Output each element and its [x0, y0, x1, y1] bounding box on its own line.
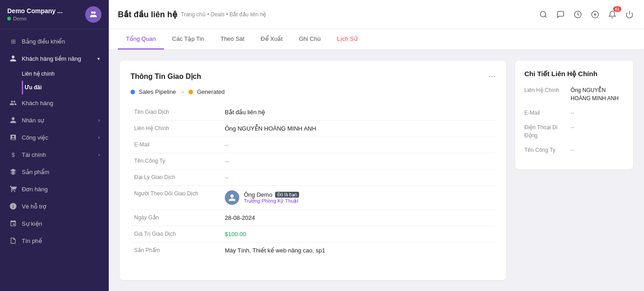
sidebar-avatar	[85, 6, 102, 23]
sidebar-sub-item-deals[interactable]: Ưu đãi	[22, 81, 109, 94]
breadcrumb: Trang chủ • Deals • Bắt đầu liên hệ	[181, 11, 266, 18]
deal-info-table: Tên Giao Dịch Bắt đầu liên hệ Liên Hệ Ch…	[131, 104, 495, 258]
table-row: E-Mail --	[131, 137, 495, 153]
chevron-down-icon: ▾	[97, 56, 100, 61]
sidebar-item-label: Vé hỗ trợ	[22, 203, 100, 210]
sidebar: Demo Company ... Demo ⊞ Bảng điều khiển …	[0, 0, 109, 291]
sidebar-item-orders[interactable]: Đơn hàng	[0, 180, 109, 198]
tipsheet-icon	[9, 237, 17, 245]
dashboard-icon: ⊞	[9, 37, 17, 45]
demo-status-dot	[7, 17, 11, 20]
topbar-right: 61	[538, 9, 635, 20]
table-row: Ngày Gắn 28-08-2024	[131, 210, 495, 226]
sidebar-item-products[interactable]: Sản phẩm	[0, 163, 109, 180]
sidebar-item-label: Tín phế	[22, 238, 100, 244]
tab-lich-su[interactable]: Lịch Sử	[329, 29, 365, 49]
sidebar-item-customers[interactable]: Khách hàng	[0, 94, 109, 112]
field-value: Bắt đầu liên hệ	[221, 104, 495, 121]
sidebar-item-potential-customers[interactable]: Khách hàng tiềm năng ▾	[0, 50, 109, 67]
field-label: Đại Lý Giao Dịch	[131, 170, 221, 186]
tab-ghi-chu[interactable]: Ghi Chú	[291, 29, 329, 49]
sidebar-item-label: Tài chính	[22, 151, 94, 158]
rp-field-value: Ông NGUYỄN HOÀNG MINH ANH	[571, 86, 624, 102]
deal-card: Thông Tin Giao Dịch ··· Sales Pipeline →…	[120, 61, 506, 280]
chevron-right-icon: ›	[98, 118, 100, 123]
follower-avatar	[225, 190, 239, 205]
field-value: Máy Tính, Thiết kế web nâng cao, sp1	[221, 242, 495, 259]
follower-info: Ông Demo Đó là bạn Trưởng Phòng Kỹ Thuật	[244, 191, 299, 204]
sidebar-header-text: Demo Company ... Demo	[7, 7, 63, 21]
field-label: Sản Phẩm	[131, 242, 221, 259]
sidebar-item-events[interactable]: Sự kiện	[0, 215, 109, 232]
field-label: Ngày Gắn	[131, 210, 221, 226]
chat-icon[interactable]	[555, 9, 566, 20]
tabs: Tổng Quan Các Tập Tin Theo Sát Để Xuất G…	[109, 29, 644, 50]
field-label: E-Mail	[131, 137, 221, 153]
clock-icon[interactable]	[572, 9, 583, 20]
field-value: 28-08-2024	[221, 210, 495, 226]
rp-field-label: Điện Thoại Di Động	[524, 123, 565, 140]
field-value: --	[221, 153, 495, 170]
pipeline-from-dot	[131, 90, 135, 94]
sidebar-item-label: Sản phẩm	[22, 169, 100, 175]
svg-line-3	[545, 16, 546, 17]
follower-name: Ông Demo Đó là bạn	[244, 191, 299, 198]
sidebar-item-dashboard[interactable]: ⊞ Bảng điều khiển	[0, 33, 109, 50]
tab-de-xuat[interactable]: Để Xuất	[252, 29, 291, 49]
tab-theo-sat[interactable]: Theo Sát	[212, 29, 252, 49]
sidebar-item-finance[interactable]: $ Tài chính ›	[0, 146, 109, 163]
field-label: Giá Trị Giao Dịch	[131, 226, 221, 242]
right-panel-title: Chi Tiết Liên Hệ Chính	[524, 70, 624, 78]
pipeline-from-label: Sales Pipeline	[139, 88, 176, 95]
potential-customers-icon	[9, 54, 17, 63]
page-title: Bắt đầu liên hệ	[118, 10, 177, 19]
card-header: Thông Tin Giao Dịch ···	[131, 72, 495, 81]
follower-row: Ông Demo Đó là bạn Trưởng Phòng Kỹ Thuật	[225, 190, 492, 205]
search-icon[interactable]	[538, 9, 549, 20]
field-label: Người Theo Dõi Giao Dịch	[131, 186, 221, 210]
sidebar-sub-potential: Liên hệ chính Ưu đãi	[0, 67, 109, 94]
right-panel-row: Tên Công Ty --	[524, 146, 624, 154]
rp-field-label: Tên Công Ty	[524, 146, 565, 154]
table-row: Giá Trị Giao Dịch $100.00	[131, 226, 495, 242]
card-menu-icon[interactable]: ···	[489, 72, 495, 81]
notification-bell-wrap: 61	[607, 9, 618, 20]
svg-point-1	[93, 11, 96, 14]
right-panel: Chi Tiết Liên Hệ Chính Liên Hệ Chính Ông…	[515, 61, 633, 170]
right-panel-row: E-Mail --	[524, 109, 624, 117]
chevron-right-icon: ›	[98, 135, 100, 140]
sidebar-item-label: Sự kiện	[22, 220, 100, 227]
card-title: Thông Tin Giao Dịch	[131, 72, 201, 81]
sidebar-item-support[interactable]: Vé hỗ trợ	[0, 198, 109, 215]
sidebar-sub-item-contacts[interactable]: Liên hệ chính	[22, 67, 109, 81]
sidebar-item-label: Bảng điều khiển	[22, 38, 100, 45]
field-value: --	[221, 170, 495, 186]
main-content: Bắt đầu liên hệ Trang chủ • Deals • Bắt …	[109, 0, 644, 291]
sidebar-item-label: Đơn hàng	[22, 186, 100, 193]
sidebar-item-label: Nhân sự	[22, 117, 94, 124]
field-label: Tên Giao Dịch	[131, 104, 221, 121]
field-label: Liên Hệ Chính	[131, 121, 221, 137]
tab-cac-tap-tin[interactable]: Các Tập Tin	[164, 29, 213, 49]
sidebar-item-label: Khách hàng	[22, 100, 100, 107]
power-icon[interactable]	[624, 9, 635, 20]
chevron-right-icon: ›	[98, 152, 100, 157]
sidebar-item-tipsheet[interactable]: Tín phế	[0, 232, 109, 249]
right-panel-row: Điện Thoại Di Động --	[524, 123, 624, 140]
rp-field-label: E-Mail	[524, 109, 565, 117]
tab-tong-quan[interactable]: Tổng Quan	[118, 29, 164, 49]
sidebar-item-hr[interactable]: Nhân sự ›	[0, 112, 109, 129]
rp-field-value: --	[571, 123, 574, 140]
follower-cell: Ông Demo Đó là bạn Trưởng Phòng Kỹ Thuật	[221, 186, 495, 210]
finance-icon: $	[9, 150, 17, 159]
field-value-green: $100.00	[221, 226, 495, 242]
field-label: Tên Công Ty	[131, 153, 221, 170]
sidebar-item-label: Khách hàng tiềm năng	[22, 55, 93, 62]
table-row: Tên Công Ty --	[131, 153, 495, 170]
field-value: --	[221, 137, 495, 153]
field-value: Ông NGUYỄN HOÀNG MINH ANH	[221, 121, 495, 137]
add-icon[interactable]	[590, 9, 600, 20]
sidebar-item-label: Công việc	[22, 134, 94, 141]
pipeline-to-label: Generated	[197, 88, 224, 95]
sidebar-item-tasks[interactable]: Công việc ›	[0, 129, 109, 146]
